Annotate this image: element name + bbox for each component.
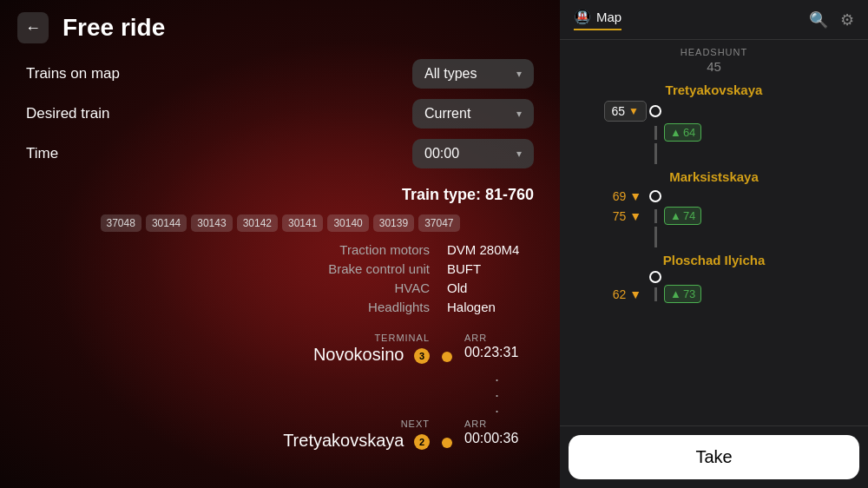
badge-75: 75 ▼ <box>608 208 647 225</box>
spec-key-0: Traction motors <box>282 242 430 257</box>
time-value: 00:00 <box>424 146 459 162</box>
ploschad-center <box>647 271 664 283</box>
map-content[interactable]: HEADSHUNT 45 Tretyakovskaya 65 ▼ <box>560 40 868 425</box>
badge-64-num: 64 <box>683 126 695 139</box>
car-num-4: 30141 <box>282 214 323 232</box>
marksistskaya-center-2 <box>647 209 664 223</box>
route-connector: ··· <box>26 372 534 419</box>
time-label: Time <box>26 145 58 162</box>
up-arrow-icon: ▲ <box>670 126 681 139</box>
terminal-station: Novokosino 3 <box>313 345 430 365</box>
terminal-arr: ARR 00:23:31 <box>464 333 534 360</box>
top-nav: 🚇 Map 🔍 ⚙ <box>560 0 868 40</box>
desired-train-label: Desired train <box>26 105 109 122</box>
next-badge: 2 <box>414 434 430 450</box>
spec-row-3: Headlights Halogen <box>26 300 534 314</box>
station-marksistskaya-name: Marksistskaya <box>569 169 859 184</box>
ploschad-left-2: 62 ▼ <box>569 286 647 303</box>
chevron-down-icon: ▾ <box>516 108 522 120</box>
tretyakovskaya-center-2 <box>647 126 664 140</box>
spec-val-1: BUFT <box>447 261 534 276</box>
take-button-container: Take <box>560 425 868 488</box>
spec-key-2: HVAC <box>282 280 430 295</box>
badge-73-num: 73 <box>683 287 695 300</box>
next-arr: ARR 00:00:36 <box>464 419 534 446</box>
desired-train-value: Current <box>424 106 470 122</box>
time-row: Time 00:00 ▾ <box>26 139 534 168</box>
desired-train-dropdown[interactable]: Current ▾ <box>412 99 534 129</box>
up-arrow-icon: ▲ <box>670 209 681 222</box>
trains-on-map-row: Trains on map All types ▾ <box>26 59 534 89</box>
vline-icon <box>654 143 657 164</box>
spec-val-2: Old <box>447 280 534 295</box>
settings-section: Trains on map All types ▾ Desired train … <box>0 56 560 182</box>
train-type-label: Train type: 81-760 <box>0 182 560 211</box>
ploschad-between-row: 62 ▼ ▲ 73 <box>569 285 859 303</box>
ploschad-dot <box>649 271 661 283</box>
station-ploschad-ilyicha-section: Ploschad Ilyicha 62 ▼ ▲ <box>569 253 859 303</box>
next-station-name: Tretyakovskaya <box>283 431 404 450</box>
marksistskaya-left: 69 ▼ <box>569 188 647 205</box>
marksistskaya-right-2: ▲ 74 <box>664 207 742 225</box>
back-button[interactable]: ← <box>17 12 49 43</box>
next-dot <box>442 438 452 448</box>
headshunt-label: HEADSHUNT <box>569 47 859 57</box>
headshunt-number: 45 <box>569 59 859 74</box>
nav-tabs: 🚇 Map <box>574 9 621 30</box>
badge-69: 69 ▼ <box>608 188 647 205</box>
tretyakovskaya-center <box>647 105 664 117</box>
next-station: Tretyakovskaya 2 <box>283 431 430 451</box>
badge-64: ▲ 64 <box>664 123 701 142</box>
trains-on-map-value: All types <box>424 66 477 82</box>
nav-icons-right: 🔍 ⚙ <box>809 10 854 30</box>
terminal-text: TERMINAL Novokosino 3 <box>313 333 430 365</box>
chevron-down-icon: ▾ <box>516 148 522 160</box>
spec-row-1: Brake control unit BUFT <box>26 261 534 276</box>
car-num-2: 30143 <box>191 214 232 232</box>
trains-on-map-dropdown[interactable]: All types ▾ <box>412 59 534 89</box>
spec-key-1: Brake control unit <box>282 261 430 276</box>
train-specs: Traction motors DVM 280M4 Brake control … <box>0 241 560 320</box>
badge-74-num: 74 <box>683 209 695 222</box>
badge-74: ▲ 74 <box>664 207 701 225</box>
tretyakovskaya-right-2: ▲ 64 <box>664 123 742 142</box>
badge-62: 62 ▼ <box>608 286 647 303</box>
tab-map[interactable]: 🚇 Map <box>574 9 621 30</box>
next-arr-time: 00:00:36 <box>464 431 534 446</box>
vline-icon <box>654 287 657 301</box>
next-arr-tag: ARR <box>464 419 534 429</box>
route-section: TERMINAL Novokosino 3 ARR 00:23:31 ··· N… <box>0 320 560 451</box>
terminal-dot <box>442 352 452 362</box>
back-icon: ← <box>25 19 41 37</box>
up-arrow-icon: ▲ <box>670 287 681 300</box>
time-dropdown[interactable]: 00:00 ▾ <box>412 139 534 168</box>
down-arrow-icon: ▼ <box>628 105 639 117</box>
next-text: NEXT Tretyakovskaya 2 <box>283 419 430 451</box>
chevron-down-icon: ▾ <box>516 68 522 80</box>
marksistskaya-main-row: 69 ▼ <box>569 188 859 205</box>
desired-train-row: Desired train Current ▾ <box>26 99 534 129</box>
station-tretyakovskaya-section: Tretyakovskaya 65 ▼ <box>569 82 859 164</box>
train-65[interactable]: 65 ▼ <box>604 101 647 122</box>
right-panel: 🚇 Map 🔍 ⚙ HEADSHUNT 45 Tretyakovskaya 65… <box>560 0 868 488</box>
car-num-3: 30142 <box>237 214 278 232</box>
spec-val-3: Halogen <box>447 300 534 314</box>
car-num-6: 30139 <box>373 214 414 232</box>
station-tretyakovskaya-name: Tretyakovskaya <box>569 82 859 97</box>
next-tag: NEXT <box>283 419 430 429</box>
ploschad-right-2: ▲ 73 <box>664 285 742 303</box>
badge-73: ▲ 73 <box>664 285 701 303</box>
page-title: Free ride <box>62 14 165 42</box>
station-marksistskaya-section: Marksistskaya 69 ▼ 75 ▼ <box>569 169 859 247</box>
search-icon[interactable]: 🔍 <box>809 10 828 30</box>
next-route-item: NEXT Tretyakovskaya 2 ARR 00:00:36 <box>26 419 534 451</box>
take-button[interactable]: Take <box>569 435 859 479</box>
car-num-1: 30144 <box>146 214 187 232</box>
terminal-tag: TERMINAL <box>313 333 430 343</box>
header: ← Free ride <box>0 0 560 56</box>
train-65-number: 65 <box>612 104 626 118</box>
tretyakovskaya-main-row: 65 ▼ <box>569 101 859 122</box>
station-ploschad-ilyicha-name: Ploschad Ilyicha <box>569 253 859 267</box>
gear-icon[interactable]: ⚙ <box>840 10 854 30</box>
connector-dots-icon: ··· <box>495 372 497 419</box>
